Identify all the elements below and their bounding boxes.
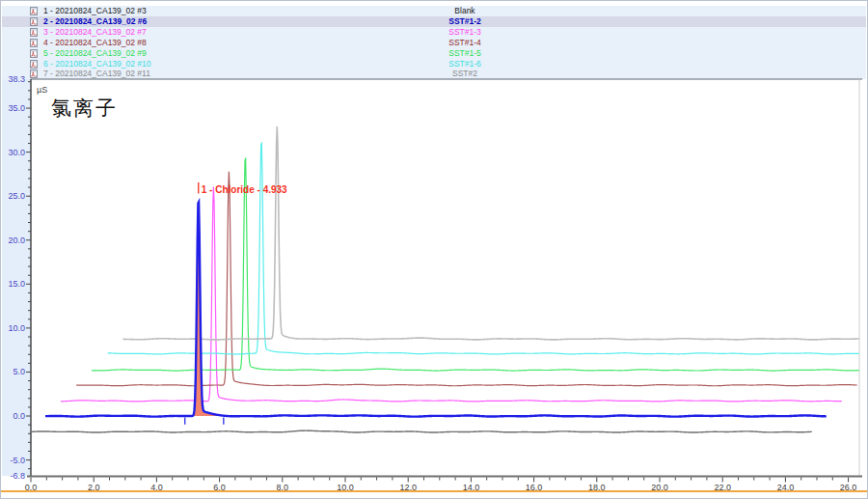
peak-annotation: 1 - Chloride - 4.933 xyxy=(202,184,287,195)
y-tick-label: 15.0 xyxy=(8,279,25,289)
y-tick-label: 20.0 xyxy=(8,236,25,245)
chart-title: 氯离子 xyxy=(51,95,118,122)
y-axis-unit: µS xyxy=(37,85,47,95)
chromatogram-canvas[interactable]: 38.3-6.835.030.025.020.015.010.05.00.0-5… xyxy=(1,1,868,499)
y-tick-label: 5.0 xyxy=(13,367,25,376)
y-tick-label: -6.8 xyxy=(10,471,25,481)
trace-SST#1-2-selected[interactable] xyxy=(45,202,827,416)
trace-Blank xyxy=(31,430,812,432)
y-tick-label: 25.0 xyxy=(8,191,25,201)
chromatography-window: 1 - 20210824_CA139_02 #3Blank2 - 2021082… xyxy=(0,0,868,499)
y-tick-label: 35.0 xyxy=(8,103,25,113)
y-tick-label: 0.0 xyxy=(13,411,25,421)
y-tick-label: 30.0 xyxy=(8,148,25,157)
y-tick-label: -5.0 xyxy=(10,456,25,465)
y-tick-label: 38.3 xyxy=(8,74,25,84)
trace-SST#1-6 xyxy=(108,143,859,354)
y-tick-label: 10.0 xyxy=(8,323,25,333)
trace-SST#2 xyxy=(123,126,859,340)
